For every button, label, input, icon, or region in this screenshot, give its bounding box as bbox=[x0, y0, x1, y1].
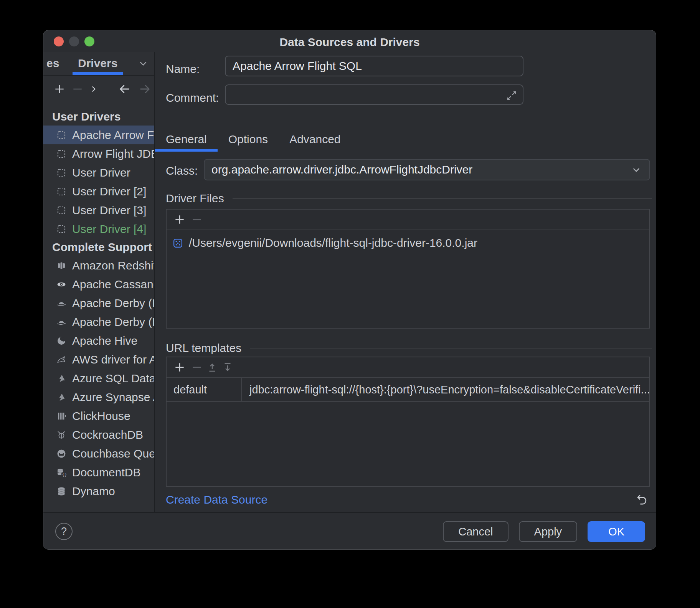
back-arrow-icon[interactable] bbox=[116, 81, 133, 97]
dialog-body: es Drivers User DriversAp bbox=[43, 52, 656, 512]
driver-list-item-label: CockroachDB bbox=[72, 428, 143, 441]
documentdb-icon: {} bbox=[56, 468, 66, 477]
driver-list-item[interactable]: User Driver [2] bbox=[43, 182, 154, 201]
add-driver-icon[interactable] bbox=[51, 81, 68, 97]
derby-icon bbox=[56, 317, 66, 327]
title-bar[interactable]: Data Sources and Drivers bbox=[43, 30, 656, 52]
apply-button[interactable]: Apply bbox=[519, 521, 578, 542]
driver-list-item[interactable]: Apache Derby (Em bbox=[43, 294, 154, 312]
chevron-down-icon[interactable] bbox=[137, 58, 149, 69]
settings-tabs: GeneralOptionsAdvanced bbox=[155, 127, 352, 152]
cassandra-icon bbox=[56, 279, 66, 289]
driver-list-item[interactable]: AWS driver for Au bbox=[43, 350, 154, 369]
driver-list-item-label: User Driver [3] bbox=[72, 204, 146, 217]
url-template-value[interactable]: jdbc:arrow-flight-sql://{host}:{port}\?u… bbox=[242, 378, 649, 401]
remove-template-icon[interactable] bbox=[190, 359, 203, 376]
ok-button[interactable]: OK bbox=[588, 521, 645, 542]
driver-list-item[interactable]: User Driver [4] bbox=[43, 220, 154, 238]
driver-icon bbox=[56, 168, 66, 178]
revert-icon[interactable] bbox=[635, 493, 648, 506]
driver-list-item[interactable]: Dynamo bbox=[43, 482, 154, 501]
tab-drivers[interactable]: Drivers bbox=[68, 52, 127, 75]
tab-advanced[interactable]: Advanced bbox=[279, 127, 351, 152]
driver-list-item[interactable]: Apache Hive bbox=[43, 331, 154, 350]
driver-list-item[interactable]: ClickHouse bbox=[43, 406, 154, 425]
driver-list-item[interactable]: User Driver bbox=[43, 163, 154, 182]
class-value: org.apache.arrow.driver.jdbc.ArrowFlight… bbox=[211, 163, 472, 176]
name-value: Apache Arrow Flight SQL bbox=[233, 59, 362, 73]
add-file-icon[interactable] bbox=[171, 211, 188, 228]
url-templates-panel: defaultjdbc:arrow-flight-sql://{host}:{p… bbox=[166, 357, 650, 487]
url-template-name[interactable]: default bbox=[167, 378, 242, 401]
name-input[interactable]: Apache Arrow Flight SQL bbox=[225, 56, 523, 76]
driver-list-item-label: Apache Arrow Flight SQL bbox=[72, 129, 154, 142]
driver-list-item-label: Couchbase Query bbox=[72, 447, 154, 460]
group-header: Complete Support bbox=[43, 238, 154, 256]
tab-options[interactable]: Options bbox=[218, 127, 279, 152]
driver-list-item-label: Amazon Redshift bbox=[72, 259, 154, 272]
driver-list-item[interactable]: Azure SQL Datab bbox=[43, 369, 154, 388]
tab-data-sources[interactable]: es bbox=[43, 52, 59, 75]
driver-file-path: /Users/evgenii/Downloads/flight-sql-jdbc… bbox=[189, 236, 477, 249]
driver-list: User DriversApache Arrow Flight SQLArrow… bbox=[43, 102, 154, 512]
driver-icon bbox=[56, 187, 66, 197]
driver-file-row[interactable]: /Users/evgenii/Downloads/flight-sql-jdbc… bbox=[167, 230, 649, 249]
driver-list-item[interactable]: CockroachDB bbox=[43, 425, 154, 444]
driver-list-item-label: DocumentDB bbox=[72, 466, 140, 479]
redshift-icon bbox=[56, 261, 66, 271]
driver-list-item[interactable]: Apache Arrow Flight SQL bbox=[43, 126, 154, 144]
url-template-row[interactable]: defaultjdbc:arrow-flight-sql://{host}:{p… bbox=[167, 378, 649, 402]
driver-list-item-label: AWS driver for Au bbox=[72, 353, 154, 366]
driver-list-item-label: Apache Cassandra bbox=[72, 278, 154, 291]
expand-comment-icon[interactable] bbox=[506, 90, 517, 101]
svg-text:{}: {} bbox=[62, 472, 67, 477]
dialog-footer: ? Cancel Apply OK bbox=[43, 512, 656, 549]
name-label: Name: bbox=[166, 63, 200, 76]
comment-input[interactable] bbox=[225, 84, 523, 105]
driver-list-item-label: User Driver [4] bbox=[72, 223, 146, 236]
driver-list-item-label: Arrow Flight JDBC bbox=[72, 147, 154, 160]
forward-arrow-icon[interactable] bbox=[136, 81, 153, 97]
driver-files-title: Driver Files bbox=[166, 192, 224, 205]
move-up-icon[interactable] bbox=[206, 359, 219, 376]
chevron-right-icon[interactable] bbox=[87, 81, 100, 97]
remove-file-icon[interactable] bbox=[190, 211, 203, 228]
driver-list-item[interactable]: Arrow Flight JDBC bbox=[43, 144, 154, 163]
remove-driver-icon[interactable] bbox=[71, 81, 84, 97]
driver-list-item[interactable]: Azure Synapse A bbox=[43, 388, 154, 406]
driver-icon bbox=[56, 224, 66, 234]
couchbase-icon bbox=[56, 449, 66, 459]
tab-general[interactable]: General bbox=[155, 127, 218, 152]
driver-list-item-label: User Driver [2] bbox=[72, 185, 146, 198]
driver-list-item-label: Apache Derby (Em bbox=[72, 297, 154, 310]
add-template-icon[interactable] bbox=[171, 359, 188, 376]
driver-files-toolbar bbox=[167, 210, 649, 230]
driver-list-item[interactable]: User Driver [3] bbox=[43, 201, 154, 220]
driver-list-item[interactable]: {}DocumentDB bbox=[43, 463, 154, 482]
help-button[interactable]: ? bbox=[55, 523, 73, 540]
driver-list-item[interactable]: Amazon Redshift bbox=[43, 256, 154, 275]
create-data-source-row: Create Data Source bbox=[166, 487, 648, 512]
driver-files-panel: /Users/evgenii/Downloads/flight-sql-jdbc… bbox=[166, 209, 650, 329]
url-templates-section-header: URL templates bbox=[166, 340, 652, 356]
class-dropdown[interactable]: org.apache.arrow.driver.jdbc.ArrowFlight… bbox=[204, 159, 650, 180]
move-down-icon[interactable] bbox=[221, 359, 234, 376]
class-label: Class: bbox=[166, 164, 198, 177]
cancel-button[interactable]: Cancel bbox=[443, 521, 508, 542]
driver-list-item-label: Azure SQL Datab bbox=[72, 372, 154, 385]
hive-icon bbox=[56, 336, 66, 346]
driver-list-item-label: Apache Derby (Re bbox=[72, 316, 154, 329]
data-sources-dialog: Data Sources and Drivers es Drivers bbox=[43, 30, 656, 550]
driver-list-item[interactable]: Apache Cassandra bbox=[43, 275, 154, 294]
window-title: Data Sources and Drivers bbox=[43, 36, 656, 49]
driver-list-item[interactable]: Couchbase Query bbox=[43, 444, 154, 463]
driver-list-item-label: Dynamo bbox=[72, 485, 115, 498]
cockroach-icon bbox=[56, 430, 66, 440]
driver-list-item[interactable]: Apache Derby (Re bbox=[43, 312, 154, 331]
create-data-source-link[interactable]: Create Data Source bbox=[166, 493, 267, 506]
chevron-down-icon bbox=[630, 164, 642, 176]
url-templates-toolbar bbox=[167, 357, 649, 378]
clickhouse-icon bbox=[56, 411, 66, 421]
driver-settings-panel: Name: Apache Arrow Flight SQL Comment: G… bbox=[155, 52, 656, 512]
aws-icon bbox=[56, 355, 66, 365]
